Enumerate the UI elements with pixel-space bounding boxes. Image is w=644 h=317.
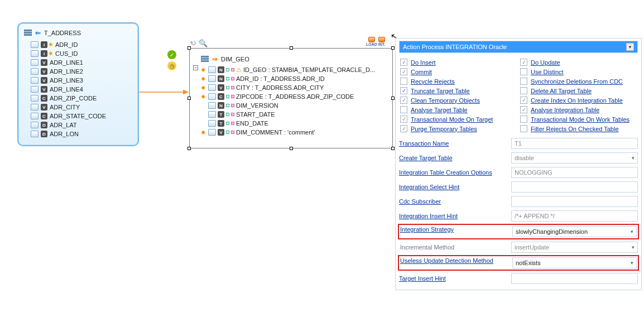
- checkbox[interactable]: [520, 106, 527, 113]
- source-column[interactable]: DADR_LAT: [31, 121, 133, 129]
- target-table-panel[interactable]: − ⇒ DIM_GEO ✸N⚠ID_GEO : STAMBIA_TEMPLATE…: [189, 48, 393, 148]
- property-label[interactable]: Integration Select Hint: [399, 184, 508, 190]
- port-in-icon: [226, 95, 229, 98]
- property-input[interactable]: /*+ APPEND */: [511, 210, 638, 222]
- zoom-icon[interactable]: 🔍: [199, 39, 208, 47]
- checkbox[interactable]: [400, 59, 407, 66]
- option-label[interactable]: Synchronize Deletions From CDC: [531, 78, 623, 85]
- source-table-panel[interactable]: ⇐ T_ADDRESS I✱ADR_IDI✱CUS_IDVADR_LINE1VA…: [17, 22, 139, 146]
- option-label[interactable]: Truncate Target Table: [411, 88, 470, 94]
- property-label[interactable]: Useless Update Detection Method: [400, 257, 509, 268]
- checkbox[interactable]: [400, 87, 407, 94]
- option-label[interactable]: Create Index On Integration Table: [531, 97, 623, 104]
- target-mapping-row[interactable]: TSTART_DATE: [201, 110, 389, 119]
- datatype-badge: I: [41, 50, 47, 57]
- datatype-badge: N: [218, 66, 224, 73]
- property-label[interactable]: Target Insert Hint: [399, 275, 508, 282]
- checkbox[interactable]: [400, 68, 407, 75]
- source-column[interactable]: VADR_LINE1: [31, 58, 133, 67]
- action-process-label: Action Process INTEGRATION Oracle: [403, 44, 507, 50]
- property-label[interactable]: Cdc Subscriber: [399, 198, 508, 205]
- option-checkbox-row: Analyse Target Table: [400, 106, 517, 113]
- column-name: ADR_LINE3: [50, 77, 83, 84]
- checkbox[interactable]: [400, 116, 407, 123]
- source-table-title: ⇐ T_ADDRESS: [23, 29, 133, 39]
- property-dropdown[interactable]: insertUpdate: [511, 242, 638, 253]
- checkbox[interactable]: [520, 68, 527, 75]
- option-label[interactable]: Do Insert: [411, 59, 436, 66]
- source-column[interactable]: I✱CUS_ID: [31, 49, 133, 58]
- target-toolbar: ↻ 🔍: [190, 39, 208, 47]
- source-column[interactable]: VADR_LINE2: [31, 67, 133, 76]
- highlighted-property-row: Useless Update Detection MethodnotExists: [399, 256, 638, 270]
- option-label[interactable]: Clean Temporary Objects: [411, 97, 480, 104]
- property-input[interactable]: NOLOGGING: [511, 167, 638, 178]
- checkbox[interactable]: [400, 125, 407, 132]
- option-label[interactable]: Filter Rejects On Checked Table: [531, 126, 619, 132]
- checkbox[interactable]: [520, 97, 527, 104]
- target-mapping-row[interactable]: ✸VDIM_COMMENT : 'comment': [201, 128, 389, 137]
- load-icon[interactable]: LOAD: [366, 37, 377, 46]
- checkbox[interactable]: [400, 97, 407, 104]
- source-column[interactable]: CADR_STATE_CODE: [31, 112, 133, 121]
- option-checkbox-row: Truncate Target Table: [400, 87, 517, 94]
- option-checkbox-row: Purge Temporary Tables: [400, 125, 517, 132]
- status-badges: ✓ ◷: [167, 50, 176, 70]
- property-input[interactable]: [511, 181, 638, 193]
- datatype-badge: V: [218, 129, 224, 136]
- option-label[interactable]: Recycle Rejects: [411, 78, 455, 85]
- option-label[interactable]: Purge Temporary Tables: [411, 126, 477, 132]
- target-mapping-row[interactable]: TEND_DATE: [201, 119, 389, 128]
- mapping-text: ADR_ID : T_ADDRESS.ADR_ID: [236, 75, 325, 82]
- action-process-dropdown[interactable]: Action Process INTEGRATION Oracle ▼: [399, 41, 638, 53]
- property-input[interactable]: [511, 196, 638, 207]
- target-mapping-row[interactable]: ✸NADR_ID : T_ADDRESS.ADR_ID: [201, 74, 389, 83]
- source-arrow-icon: ⇐: [35, 29, 41, 37]
- option-label[interactable]: Transactional Mode On Work Tables: [531, 116, 629, 123]
- property-dropdown[interactable]: notExists: [512, 257, 637, 268]
- chevron-down-icon: ▼: [626, 43, 634, 51]
- column-name: ADR_LINE2: [50, 68, 83, 75]
- property-label[interactable]: Create Target Table: [399, 155, 508, 161]
- column-icon: [31, 68, 39, 75]
- option-label[interactable]: Do Update: [531, 59, 560, 66]
- column-icon: [31, 41, 39, 48]
- target-mapping-row[interactable]: NDIM_VERSION: [201, 101, 389, 110]
- property-dropdown[interactable]: disable: [511, 152, 638, 164]
- checkbox[interactable]: [520, 59, 527, 66]
- port-in-icon: [226, 86, 229, 89]
- option-label[interactable]: Commit: [411, 69, 432, 75]
- option-label[interactable]: Analyse Integration Table: [531, 107, 599, 113]
- source-column[interactable]: VADR_LINE3: [31, 76, 133, 85]
- property-dropdown[interactable]: slowlyChangingDimension: [512, 226, 637, 237]
- source-column[interactable]: I✱ADR_ID: [31, 40, 133, 49]
- source-column[interactable]: VADR_LINE4: [31, 85, 133, 94]
- target-mapping-row[interactable]: ✸CZIPCODE : T_ADDRESS.ADR_ZIP_CODE: [201, 92, 389, 101]
- property-label[interactable]: Integration Insert Hint: [399, 213, 508, 219]
- port-out-icon: [231, 86, 234, 89]
- checkbox[interactable]: [520, 78, 527, 85]
- property-input[interactable]: [511, 273, 638, 284]
- property-label[interactable]: Transaction Name: [399, 140, 508, 147]
- option-label[interactable]: Delete All Target Table: [531, 88, 592, 94]
- checkbox[interactable]: [400, 106, 407, 113]
- port-in-icon: [226, 77, 229, 80]
- property-label[interactable]: Integration Table Creation Options: [399, 169, 508, 176]
- checkbox[interactable]: [520, 125, 527, 132]
- column-name: ADR_CITY: [50, 104, 80, 111]
- property-label[interactable]: Integration Strategy: [400, 226, 509, 237]
- option-label[interactable]: Analyse Target Table: [411, 107, 468, 113]
- property-input[interactable]: T1: [511, 138, 638, 149]
- target-mapping-row[interactable]: ✸VCITY : T_ADDRESS.ADR_CITY: [201, 83, 389, 92]
- source-column[interactable]: CADR_ZIP_CODE: [31, 94, 133, 103]
- collapse-toggle[interactable]: −: [193, 65, 198, 70]
- checkbox[interactable]: [520, 116, 527, 123]
- checkbox[interactable]: [520, 87, 527, 94]
- source-column[interactable]: VADR_CITY: [31, 103, 133, 112]
- checkbox[interactable]: [400, 78, 407, 85]
- target-mapping-row[interactable]: ✸N⚠ID_GEO : STAMBIA_TEMPLATE_ORACLE_D...: [201, 65, 389, 74]
- source-column[interactable]: DADR_LON: [31, 129, 133, 138]
- option-label[interactable]: Use Distinct: [531, 69, 564, 75]
- option-label[interactable]: Transactional Mode On Target: [411, 116, 493, 123]
- integration-icon[interactable]: INT.: [378, 37, 385, 46]
